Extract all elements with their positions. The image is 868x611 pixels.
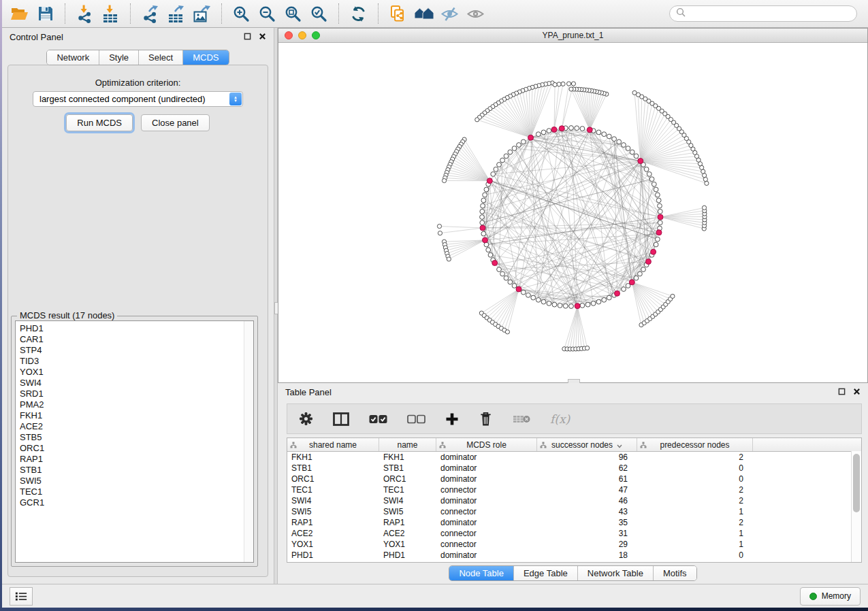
tab-mcds[interactable]: MCDS (183, 50, 228, 65)
criterion-dropdown[interactable]: largest connected component (undirected)… (33, 91, 243, 107)
table-mode-gear-icon[interactable] (299, 412, 313, 426)
open-file-icon[interactable] (9, 4, 30, 24)
tab-node-table[interactable]: Node Table (449, 566, 514, 580)
create-column-icon[interactable] (445, 412, 459, 426)
close-panel-icon[interactable] (853, 387, 861, 397)
delete-table-icon[interactable] (513, 414, 530, 425)
tab-edge-table[interactable]: Edge Table (514, 566, 578, 580)
table-row[interactable]: STB1STB1dominator620 (287, 463, 861, 474)
table-row[interactable]: YOX1YOX1connector291 (287, 539, 861, 550)
mcds-node-item[interactable]: GCR1 (16, 497, 253, 508)
mcds-node-item[interactable]: CAR1 (16, 334, 253, 345)
window-maximize-icon[interactable] (312, 31, 320, 39)
mcds-node-item[interactable]: TEC1 (16, 486, 253, 497)
table-row[interactable]: SWI4SWI4dominator462 (287, 495, 861, 506)
network-view-window: YPA_prune.txt_1 (278, 28, 868, 383)
table-row[interactable]: ACE2ACE2connector311 (287, 528, 861, 539)
mcds-node-item[interactable]: PHD1 (16, 323, 253, 334)
column-header-predecessor-nodes[interactable]: predecessor nodes (637, 438, 753, 451)
mcds-node-item[interactable]: PMA2 (16, 399, 253, 410)
column-header-shared-name[interactable]: shared name (287, 438, 379, 451)
mcds-node-item[interactable]: STB5 (16, 432, 253, 443)
mcds-result-group: MCDS result (17 nodes) PHD1CAR1STP4TID3Y… (11, 316, 258, 567)
network-window-title: YPA_prune.txt_1 (278, 31, 867, 40)
control-panel: Control Panel NetworkStyleSelectMCDS Opt… (2, 28, 274, 584)
tab-style[interactable]: Style (99, 50, 139, 65)
table-scrollbar-thumb[interactable] (853, 454, 860, 512)
tab-motifs[interactable]: Motifs (654, 566, 696, 580)
import-table-icon[interactable] (100, 4, 121, 24)
mcds-list-scrollbar[interactable] (244, 321, 253, 562)
new-network-from-selection-icon[interactable] (387, 4, 408, 24)
network-window-titlebar[interactable]: YPA_prune.txt_1 (278, 29, 867, 43)
mcds-node-item[interactable]: SWI4 (16, 378, 253, 389)
delete-column-icon[interactable] (479, 411, 493, 427)
optimization-criterion-label: Optimization criterion: (8, 78, 268, 88)
close-panel-button[interactable]: Close panel (141, 114, 210, 131)
zoom-selected-icon[interactable] (308, 4, 329, 24)
search-input[interactable] (690, 8, 850, 19)
mcds-node-item[interactable]: STB1 (16, 465, 253, 476)
export-table-icon[interactable] (165, 4, 187, 24)
toolbar-separator (221, 3, 222, 24)
toolbar-separator (378, 3, 379, 24)
float-panel-icon[interactable] (244, 32, 251, 42)
save-session-icon[interactable] (35, 4, 56, 24)
function-builder-icon[interactable]: f(x) (550, 412, 570, 426)
deselect-all-checkboxes-icon[interactable] (407, 414, 425, 424)
show-all-icon[interactable] (465, 4, 486, 24)
column-header-successor-nodes[interactable]: successor nodes (537, 438, 637, 451)
export-image-icon[interactable] (191, 4, 212, 24)
run-mcds-button[interactable]: Run MCDS (66, 114, 133, 131)
table-row[interactable]: SWI5SWI5connector431 (287, 506, 861, 517)
mcds-node-item[interactable]: YOX1 (16, 367, 253, 378)
tab-network-table[interactable]: Network Table (578, 566, 654, 580)
table-row[interactable]: TEC1TEC1connector472 (287, 484, 861, 495)
show-column-icon[interactable] (333, 412, 349, 426)
task-history-button[interactable] (10, 587, 33, 606)
control-panel-title: Control Panel (10, 32, 63, 42)
tab-select[interactable]: Select (139, 50, 183, 65)
mcds-node-item[interactable]: SWI5 (16, 476, 253, 486)
export-network-icon[interactable] (140, 4, 161, 24)
main-toolbar (2, 0, 868, 28)
window-close-icon[interactable] (285, 31, 293, 39)
search-box[interactable] (669, 5, 857, 22)
memory-button[interactable]: Memory (800, 587, 861, 606)
mcds-result-title: MCDS result (17 nodes) (17, 310, 117, 320)
table-row[interactable]: PHD1PHD1dominator180 (287, 550, 861, 561)
table-scrollbar[interactable] (851, 451, 861, 562)
column-header-MCDS-role[interactable]: MCDS role (436, 438, 537, 451)
shared-column-icon (640, 441, 647, 450)
close-panel-icon[interactable] (259, 32, 266, 42)
mcds-node-item[interactable]: ORC1 (16, 443, 253, 454)
mcds-node-item[interactable]: STP4 (16, 345, 253, 356)
first-neighbors-icon[interactable] (413, 4, 434, 24)
node-table-body: FKH1FKH1dominator962STB1STB1dominator620… (287, 452, 861, 561)
import-network-icon[interactable] (74, 4, 95, 24)
mcds-node-item[interactable]: RAP1 (16, 454, 253, 465)
zoom-out-icon[interactable] (257, 4, 278, 24)
mcds-node-item[interactable]: TID3 (16, 356, 253, 367)
select-all-checkboxes-icon[interactable] (369, 414, 387, 424)
mcds-node-item[interactable]: SRD1 (16, 389, 253, 399)
table-row[interactable]: RAP1RAP1dominator352 (287, 517, 861, 528)
shared-column-icon (439, 441, 446, 450)
control-panel-tabs: NetworkStyleSelectMCDS (46, 50, 229, 65)
node-table: shared namenameMCDS rolesuccessor nodesp… (287, 437, 862, 563)
network-graph-canvas[interactable] (278, 43, 867, 382)
control-panel-header: Control Panel (2, 28, 274, 46)
apply-layout-icon[interactable] (348, 4, 369, 24)
float-panel-icon[interactable] (838, 387, 846, 397)
zoom-fit-icon[interactable] (283, 4, 304, 24)
tab-network[interactable]: Network (47, 50, 99, 65)
mcds-node-item[interactable]: ACE2 (16, 421, 253, 432)
window-minimize-icon[interactable] (298, 31, 306, 39)
shared-column-icon (290, 441, 297, 450)
mcds-node-item[interactable]: FKH1 (16, 410, 253, 421)
column-header-name[interactable]: name (379, 438, 436, 451)
zoom-in-icon[interactable] (231, 4, 252, 24)
table-row[interactable]: ORC1ORC1dominator610 (287, 474, 861, 484)
table-row[interactable]: FKH1FKH1dominator962 (287, 452, 861, 463)
hide-selected-icon[interactable] (439, 4, 460, 24)
